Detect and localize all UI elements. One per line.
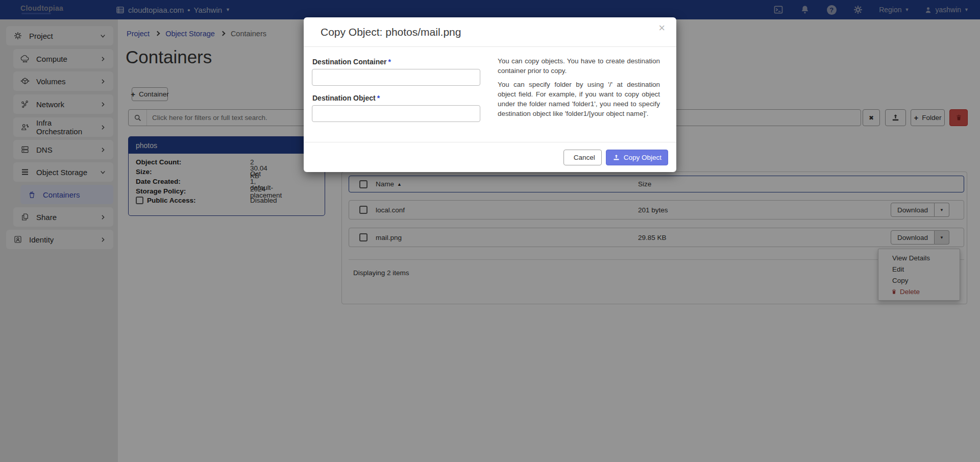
modal-help-text-2: You can specify folder by using '/' at d… (498, 80, 660, 118)
copy-object-modal: Copy Object: photos/mail.png × Destinati… (304, 17, 676, 172)
destination-object-input[interactable] (312, 105, 480, 122)
copy-object-button[interactable]: Copy Object (606, 150, 668, 165)
destination-object-label: Destination Object* (312, 94, 380, 102)
required-asterisk: * (388, 58, 390, 66)
cancel-button[interactable]: Cancel (564, 150, 602, 165)
destination-container-input[interactable] (312, 69, 480, 86)
destination-container-label: Destination Container* (312, 58, 391, 66)
modal-title: Copy Object: photos/mail.png (321, 26, 461, 38)
modal-help-text-1: You can copy objects. You have to create… (498, 56, 660, 76)
required-asterisk: * (377, 94, 380, 102)
close-icon[interactable]: × (658, 21, 665, 35)
upload-icon (612, 154, 620, 161)
